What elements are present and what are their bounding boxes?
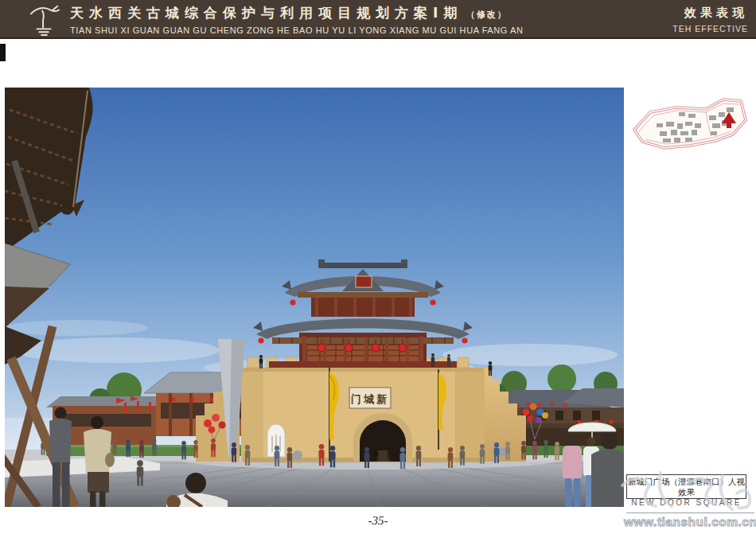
gate-plaque-text: 门城新 xyxy=(351,393,389,405)
main-rendering: 门城新 xyxy=(5,88,624,507)
header-bar: 天水西关古城综合保护与利用项目规划方案Ⅰ期 （修改） TIAN SHUI XI … xyxy=(0,0,756,39)
gate-logo-icon xyxy=(27,2,62,36)
gable-plaque xyxy=(356,276,372,287)
footer-divider xyxy=(626,513,754,513)
gate-square-scene: 门城新 xyxy=(5,88,624,507)
image-caption: 新城门广场（澄源巷南口）人视效果 NEW DOOR SQUARE xyxy=(626,474,746,499)
title-revision-note: （修改） xyxy=(466,10,508,19)
roof-ridge xyxy=(321,263,404,268)
section-label-english: TEH EFFECTIVE xyxy=(672,24,748,33)
margin-registration-mark xyxy=(0,44,6,61)
caption-chinese: 新城门广场（澄源巷南口）人视效果 xyxy=(627,477,746,497)
section-label: 效果表现 TEH EFFECTIVE xyxy=(672,6,748,33)
title-chinese: 天水西关古城综合保护与利用项目规划方案Ⅰ期 xyxy=(70,6,462,21)
document-title: 天水西关古城综合保护与利用项目规划方案Ⅰ期 （修改） TIAN SHUI XI … xyxy=(70,4,524,35)
caption-english: NEW DOOR SQUARE xyxy=(627,497,746,508)
watermark-url: www.tianshui.com.cn xyxy=(624,515,756,529)
section-label-chinese: 效果表现 xyxy=(672,6,748,21)
page: 天水西关古城综合保护与利用项目规划方案Ⅰ期 （修改） TIAN SHUI XI … xyxy=(0,0,756,534)
stone-sphere xyxy=(293,450,302,460)
title-pinyin: TIAN SHUI XI GUAN GUAN GU CHENG ZONG HE … xyxy=(70,25,524,35)
site-plan-map xyxy=(628,88,752,164)
